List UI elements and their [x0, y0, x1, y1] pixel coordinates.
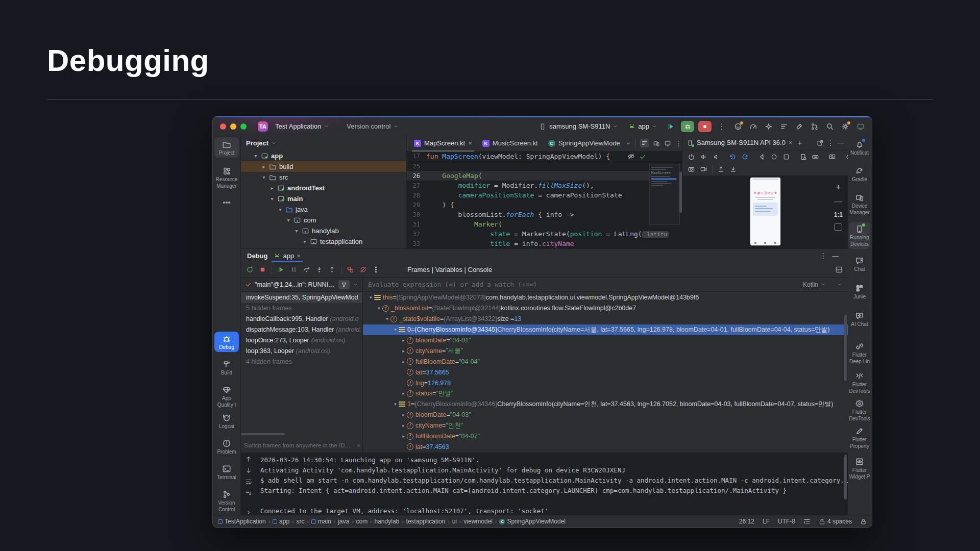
- variable-row[interactable]: ▸fbloomDate = "04-01": [363, 335, 848, 346]
- variable-row[interactable]: flat = 37.4563: [363, 441, 848, 452]
- rotate-right-icon[interactable]: [741, 153, 749, 161]
- debug-session-tab[interactable]: app ×: [270, 249, 304, 262]
- editor-more-icon[interactable]: ⋮: [675, 139, 682, 147]
- tree-item-build[interactable]: ▸build: [241, 161, 406, 172]
- breadcrumb-item-java[interactable]: java: [338, 518, 349, 525]
- zoom-in-button[interactable]: +: [836, 183, 841, 192]
- tree-chevron-icon[interactable]: ▸: [261, 164, 266, 169]
- tree-chevron-icon[interactable]: ▾: [261, 174, 266, 180]
- close-window-button[interactable]: [220, 123, 226, 130]
- sidebar-item-flutter-property[interactable]: FlutterProperty: [849, 424, 870, 451]
- device-screen[interactable]: ❀ 봄이 왔어요 ❀: [750, 177, 781, 246]
- variable-row[interactable]: ▾f_state$volatile = {ArrayList@34322} si…: [363, 314, 848, 324]
- dismiss-tip-icon[interactable]: ×: [357, 442, 360, 448]
- run-config-selector[interactable]: app: [625, 121, 660, 132]
- variable-chevron-icon[interactable]: ▾: [393, 402, 398, 407]
- vcs-menu[interactable]: Version control: [344, 121, 402, 132]
- project-menu[interactable]: Test Application: [272, 121, 332, 132]
- variable-row[interactable]: ▸fstatus = "만발": [363, 388, 848, 399]
- variable-chevron-icon[interactable]: ▾: [393, 327, 398, 332]
- frames-scrollbar[interactable]: [241, 433, 285, 435]
- indent-icon[interactable]: [803, 518, 811, 525]
- device-selector[interactable]: samsung SM-S911N: [535, 121, 621, 132]
- hide-device-panel-icon[interactable]: —: [837, 139, 844, 146]
- code-line-30[interactable]: 30 blossomList.forEach { info ->: [407, 210, 682, 219]
- variable-chevron-icon[interactable]: ▸: [401, 338, 406, 343]
- hide-debug-panel-icon[interactable]: —: [832, 252, 839, 260]
- maximize-window-button[interactable]: [240, 123, 247, 130]
- mute-breakpoints-icon[interactable]: [359, 266, 367, 273]
- sidebar-item-flutter-widget-p[interactable]: FlutterWidget P: [849, 455, 870, 482]
- sidebar-item-logcat[interactable]: Logcat: [214, 411, 239, 431]
- step-out-icon[interactable]: [328, 266, 336, 273]
- breadcrumb-item-viewmodel[interactable]: viewmodel: [463, 518, 493, 525]
- sidebar-item-project[interactable]: Project: [214, 137, 239, 158]
- variable-row[interactable]: ▾f_blossomList = {StateFlowImpl@32144} k…: [363, 303, 848, 314]
- sidebar-item-ai-chat[interactable]: AI Chat: [849, 309, 870, 329]
- language-selector[interactable]: Kotlin: [803, 281, 843, 288]
- variable-row[interactable]: flng = 126.978: [363, 378, 848, 388]
- thread-selector[interactable]: "main"@1,24...in": RUNNING: [241, 278, 363, 291]
- sidebar-item-problem[interactable]: Problem: [214, 436, 239, 457]
- frame-row[interactable]: 5 hidden frames: [241, 303, 362, 314]
- soft-wrap-icon[interactable]: [245, 478, 252, 485]
- code-line-27[interactable]: 27 modifier = Modifier.fillMaxSize(),: [407, 181, 682, 190]
- console-output[interactable]: 2026-03-26 14:30:54: Launching app on 's…: [256, 453, 848, 516]
- indent-config[interactable]: 4 spaces: [819, 518, 852, 525]
- project-panel-header[interactable]: Project: [241, 135, 406, 151]
- debug-more-icon[interactable]: ⋮: [820, 252, 827, 260]
- editor-tab-MusicScreen-kt[interactable]: KMusicScreen.kt: [477, 135, 543, 152]
- close-session-icon[interactable]: ×: [297, 252, 301, 260]
- open-in-window-icon[interactable]: [817, 139, 824, 146]
- tab-list-chevron-icon[interactable]: [625, 140, 631, 146]
- screen-record-icon[interactable]: [700, 165, 707, 173]
- inspection-widget[interactable]: [627, 153, 646, 160]
- screen-inspect-icon[interactable]: [828, 153, 836, 161]
- device-settings-icon[interactable]: [799, 153, 807, 161]
- debug-view-tabs[interactable]: Frames | Variables | Console: [407, 266, 492, 273]
- editor-tab-MapScreen-kt[interactable]: KMapScreen.kt×: [409, 135, 477, 152]
- breadcrumb-item-com[interactable]: com: [356, 518, 368, 525]
- variable-chevron-icon[interactable]: ▾: [376, 306, 382, 311]
- variables-scrollbar[interactable]: [844, 315, 847, 381]
- virtual-keyboard-icon[interactable]: [812, 153, 819, 161]
- sidebar-item-version-control[interactable]: VersionControl: [214, 487, 239, 514]
- settings-icon[interactable]: [839, 120, 851, 133]
- zoom-out-button[interactable]: —: [834, 197, 842, 206]
- resume-icon[interactable]: [277, 266, 285, 273]
- close-tab-icon[interactable]: ×: [468, 139, 472, 147]
- tree-chevron-icon[interactable]: ▾: [278, 207, 283, 212]
- pull-requests-icon[interactable]: [808, 120, 821, 133]
- breadcrumb-item-TestApplication[interactable]: TestApplication: [218, 518, 266, 525]
- code-line-28[interactable]: 28 cameraPositionState = cameraPositionS…: [407, 190, 682, 200]
- sidebar-item-chat[interactable]: Chat: [849, 254, 870, 274]
- tree-chevron-icon[interactable]: ▾: [302, 239, 307, 244]
- variable-row[interactable]: ▸fcityName = "서울": [363, 345, 848, 356]
- tree-item-com[interactable]: ▾com: [241, 215, 406, 226]
- brightness-icon[interactable]: [845, 153, 848, 161]
- lock-icon[interactable]: [860, 518, 867, 525]
- code-line-25[interactable]: 25: [407, 161, 682, 171]
- breadcrumb-item-src[interactable]: src: [296, 518, 304, 525]
- frame-row[interactable]: dispatchMessage:103, Handler(android.: [241, 324, 362, 335]
- breadcrumb-item-SpringAppViewModel[interactable]: CSpringAppViewModel: [499, 518, 566, 525]
- volume-down-icon[interactable]: [712, 153, 720, 161]
- split-editor-icon[interactable]: [653, 140, 660, 147]
- breadcrumb-item-testapplication[interactable]: testapplication: [406, 518, 446, 525]
- tree-item-app[interactable]: ▾app: [241, 151, 406, 161]
- frame-row[interactable]: invokeSuspend:35, SpringAppViewMod: [241, 292, 362, 303]
- view-mode-icon[interactable]: [640, 139, 649, 147]
- code-editor[interactable]: 17fun MapScreen(viewModel: SpringAppView…: [407, 152, 682, 248]
- variable-chevron-icon[interactable]: ▸: [401, 423, 406, 428]
- variable-row[interactable]: ▸ffullBloomDate = "04-07": [363, 431, 848, 442]
- ai-assistant-icon[interactable]: [732, 120, 744, 133]
- sidebar-item-device-manager[interactable]: DeviceManager: [849, 190, 870, 217]
- code-line-26[interactable]: 26 GoogleMap(: [407, 171, 682, 181]
- code-line-31[interactable]: 31 Marker(: [407, 219, 682, 229]
- chevron-down-icon[interactable]: [353, 282, 358, 287]
- variable-row[interactable]: ▾this = {SpringAppViewModel@32073} com.h…: [363, 292, 848, 303]
- search-icon[interactable]: [824, 120, 836, 133]
- line-ending[interactable]: LF: [763, 518, 770, 525]
- tree-chevron-icon[interactable]: ▾: [286, 217, 291, 223]
- frames-filter-button[interactable]: [338, 280, 350, 289]
